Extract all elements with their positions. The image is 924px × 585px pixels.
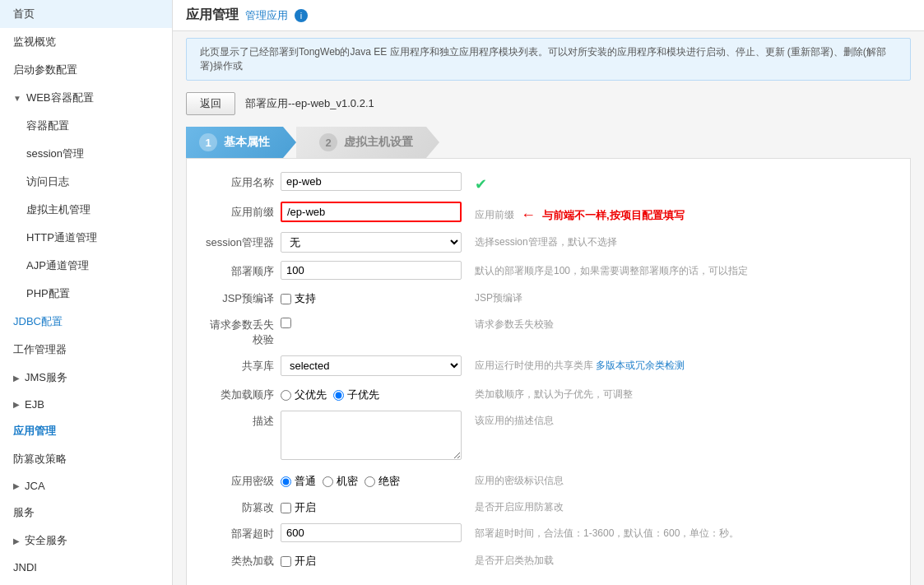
sidebar-item-label: 启动参数配置	[13, 63, 77, 77]
label-classload-order: 类加载顺序	[200, 384, 274, 402]
sidebar-item-label: 应用管理	[13, 424, 56, 439]
sidebar-item-php[interactable]: PHP配置	[0, 280, 172, 308]
sidebar-item-web-container[interactable]: ▼ WEB容器配置	[0, 84, 172, 112]
sidebar-item-container-config[interactable]: 容器配置	[0, 112, 172, 140]
sidebar-item-startup[interactable]: 启动参数配置	[0, 56, 172, 84]
annotation: 应用前缀 ← 与前端不一样,按项目配置填写	[475, 205, 897, 224]
sidebar-item-home[interactable]: 首页	[0, 0, 172, 28]
hint-param-validate: 请求参数丢失校验	[468, 314, 897, 332]
hint-jsp: JSP预编译	[468, 288, 897, 305]
antitamper-label: 开启	[295, 500, 316, 515]
sidebar-item-label: 虚拟主机管理	[26, 202, 91, 217]
hint-description: 该应用的描述信息	[468, 411, 897, 428]
session-mgr-select[interactable]: 无	[281, 232, 462, 253]
sidebar-item-label: AJP通道管理	[26, 258, 89, 273]
sidebar-item-label: 访问日志	[26, 174, 69, 189]
expand-arrow-icon: ▶	[13, 536, 20, 546]
field-param-validate: 请求参数丢失校验 请求参数丢失校验	[200, 314, 897, 347]
sidebar-item-security[interactable]: ▶ 安全服务	[0, 527, 172, 555]
form-panel: 应用名称 ✔ 应用前缀 应用前缀 ← 与前端不一样,按项目配置填写	[186, 158, 911, 585]
radio-parent-first: 父优先	[281, 388, 327, 402]
security-normal-radio[interactable]	[281, 476, 291, 487]
jsp-precompile-checkbox[interactable]	[281, 294, 291, 304]
checkbox-area-hotreload: 开启	[281, 550, 462, 569]
sidebar-item-monitor[interactable]: 监视概览	[0, 28, 172, 56]
classload-child-label: 子优先	[347, 388, 379, 402]
label-app-name: 应用名称	[200, 172, 274, 190]
annotation-arrow-icon: ←	[521, 207, 536, 224]
classload-radio-row: 父优先 子优先	[281, 384, 462, 402]
input-area-app-name	[281, 172, 462, 191]
expand-arrow-icon: ▶	[13, 374, 20, 383]
security-topsecret-radio[interactable]	[364, 476, 375, 487]
sidebar-item-access-log[interactable]: 访问日志	[0, 168, 172, 196]
param-validate-checkbox[interactable]	[281, 318, 291, 328]
antitamper-checkbox[interactable]	[281, 503, 291, 513]
hint-shared-lib: 应用运行时使用的共享类库 多版本或冗余类检测	[468, 355, 897, 373]
label-deploy-order: 部署顺序	[200, 261, 274, 279]
sidebar-item-vhost[interactable]: 虚拟主机管理	[0, 196, 172, 224]
deploy-text: 部署应用--ep-web_v1.0.2.1	[245, 96, 374, 111]
input-area-timeout	[281, 523, 462, 542]
hint-hotreload: 是否开启类热加载	[468, 550, 897, 568]
redundancy-check-link[interactable]: 多版本或冗余类检测	[596, 360, 685, 371]
sidebar-item-jca[interactable]: ▶ JCA	[0, 473, 172, 499]
sidebar-item-label: 工作管理器	[13, 342, 67, 357]
sidebar-item-anti-tamper[interactable]: 防篡改策略	[0, 445, 172, 473]
description-textarea[interactable]	[281, 411, 462, 460]
sidebar-item-label: session管理	[26, 146, 84, 161]
hot-reload-checkbox[interactable]	[281, 556, 291, 567]
field-hot-reload: 类热加载 开启 是否开启类热加载	[200, 550, 897, 569]
field-app-prefix: 应用前缀 应用前缀 ← 与前端不一样,按项目配置填写	[200, 202, 897, 224]
radio-area-classload: 父优先 子优先	[281, 384, 462, 402]
annotation-label: 应用前缀	[475, 208, 514, 222]
sidebar-item-label: WEB容器配置	[26, 91, 94, 105]
sidebar-item-app-mgmt[interactable]: 应用管理	[0, 417, 172, 445]
sidebar: 首页 监视概览 启动参数配置 ▼ WEB容器配置 容器配置 session管理 …	[0, 0, 173, 585]
label-session-mgr: session管理器	[200, 232, 274, 250]
param-checkbox-row	[281, 314, 462, 328]
classload-parent-radio[interactable]	[281, 390, 291, 401]
hint-session-mgr: 选择session管理器，默认不选择	[468, 232, 897, 249]
security-confidential-radio[interactable]	[323, 476, 333, 487]
app-name-input[interactable]	[281, 172, 462, 191]
field-app-name: 应用名称 ✔	[200, 172, 897, 193]
sidebar-item-jndi[interactable]: JNDI	[0, 555, 172, 580]
sidebar-item-jms[interactable]: ▶ JMS服务	[0, 364, 172, 392]
step-1: 1 基本属性	[186, 127, 296, 158]
description-bar: 此页显示了已经部署到TongWeb的Java EE 应用程序和独立应用程序模块列…	[186, 38, 911, 81]
back-button[interactable]: 返回	[186, 92, 235, 115]
sidebar-item-jobmgr[interactable]: 工作管理器	[0, 336, 172, 364]
label-anti-tamper: 防篡改	[200, 497, 274, 515]
radio-confidential: 机密	[323, 474, 358, 489]
sidebar-item-http-tunnel[interactable]: HTTP通道管理	[0, 224, 172, 252]
app-prefix-input[interactable]	[281, 202, 462, 222]
manage-apps-link[interactable]: 管理应用	[245, 8, 288, 23]
sidebar-item-label: JMS服务	[25, 370, 67, 385]
antitamper-checkbox-row: 开启	[281, 497, 462, 515]
classload-child-radio[interactable]	[333, 390, 344, 401]
sidebar-item-service[interactable]: 服务	[0, 499, 172, 527]
sidebar-item-javamail[interactable]: JavaMail配置	[0, 580, 172, 585]
security-confidential-label: 机密	[337, 474, 358, 489]
sidebar-item-label: JDBC配置	[13, 314, 63, 329]
radio-child-first: 子优先	[333, 388, 379, 402]
sidebar-item-ejb[interactable]: ▶ EJB	[0, 392, 172, 417]
sidebar-item-label: 安全服务	[25, 533, 67, 548]
deploy-timeout-input[interactable]	[281, 523, 462, 542]
hint-deploy-order: 默认的部署顺序是100，如果需要调整部署顺序的话，可以指定	[468, 261, 897, 278]
label-deploy-timeout: 部署超时	[200, 523, 274, 541]
shared-lib-select[interactable]: selected	[281, 355, 462, 376]
security-topsecret-label: 绝密	[378, 474, 400, 489]
info-icon[interactable]: i	[295, 9, 308, 22]
deploy-order-input[interactable]	[281, 261, 462, 280]
hint-timeout: 部署超时时间，合法值：1-3600，默认值：600，单位：秒。	[468, 523, 897, 541]
label-description: 描述	[200, 411, 274, 429]
sidebar-item-label: 容器配置	[26, 118, 69, 133]
checkbox-area-jsp: 支持	[281, 288, 462, 306]
sidebar-item-jdbc[interactable]: JDBC配置	[0, 308, 172, 336]
action-bar: 返回 部署应用--ep-web_v1.0.2.1	[173, 87, 924, 120]
sidebar-item-session-mgmt[interactable]: session管理	[0, 140, 172, 168]
annotation-text: 与前端不一样,按项目配置填写	[542, 208, 685, 223]
sidebar-item-ajp-tunnel[interactable]: AJP通道管理	[0, 252, 172, 280]
